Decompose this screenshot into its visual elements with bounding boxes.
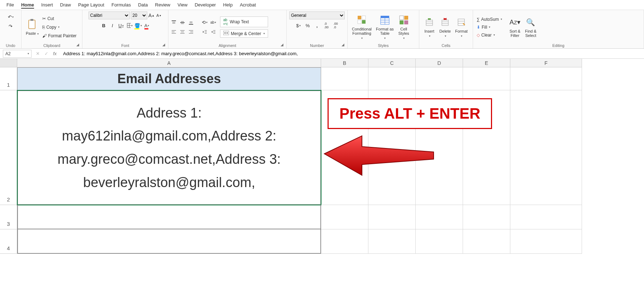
cut-button[interactable]: ✂Cut [41, 15, 78, 22]
borders-button[interactable]: ▾ [127, 22, 133, 29]
row-header-1[interactable]: 1 [0, 67, 17, 90]
formula-input[interactable] [61, 51, 644, 56]
insert-function-button[interactable]: fx [52, 51, 58, 57]
cell-e1[interactable] [463, 67, 510, 90]
name-box[interactable]: A2▾ [3, 50, 32, 58]
row-header-4[interactable]: 4 [0, 229, 17, 254]
cell-d1[interactable] [416, 67, 463, 90]
text-direction-button[interactable]: ab▾ [210, 19, 216, 26]
tab-review[interactable]: Review [152, 1, 174, 9]
redo-button[interactable]: ↷ [8, 23, 14, 29]
insert-button[interactable]: Insert▾ [421, 16, 437, 38]
decrease-indent-button[interactable] [201, 29, 208, 35]
col-header-e[interactable]: E [463, 59, 510, 67]
percent-format-button[interactable]: % [305, 22, 311, 29]
fill-button[interactable]: ⬇Fill ▾ [475, 24, 504, 30]
orientation-button[interactable]: ⟲▾ [201, 19, 208, 26]
select-all-corner[interactable] [0, 59, 17, 67]
tab-page-layout[interactable]: Page Layout [75, 1, 108, 9]
align-left-button[interactable] [171, 29, 177, 35]
align-middle-button[interactable] [179, 19, 186, 26]
row-header-3[interactable]: 3 [0, 205, 17, 229]
fill-down-icon: ⬇ [477, 25, 480, 30]
col-header-d[interactable]: D [416, 59, 463, 67]
font-launcher-icon[interactable]: ◢ [162, 43, 167, 47]
font-color-button[interactable]: A▾ [144, 22, 150, 29]
tab-home[interactable]: Home [18, 1, 38, 9]
cell-f3[interactable] [510, 205, 582, 229]
tab-data[interactable]: Data [134, 1, 151, 9]
cell-f2[interactable] [510, 90, 582, 205]
col-header-b[interactable]: B [321, 59, 368, 67]
cell-c4[interactable] [368, 229, 416, 254]
delete-button[interactable]: Delete▾ [437, 16, 453, 38]
cell-f4[interactable] [510, 229, 582, 254]
cell-d4[interactable] [416, 229, 463, 254]
cancel-formula-button[interactable]: ✕ [34, 51, 41, 57]
increase-font-button[interactable]: A▲ [148, 12, 155, 19]
conditional-formatting-button[interactable]: Conditional Formatting▾ [350, 14, 374, 40]
italic-button[interactable]: I [109, 22, 116, 29]
col-header-c[interactable]: C [368, 59, 416, 67]
tab-insert[interactable]: Insert [38, 1, 57, 9]
cell-a4[interactable] [17, 229, 321, 254]
decrease-decimal-button[interactable]: .00.0 [333, 22, 339, 29]
bold-button[interactable]: B [101, 22, 107, 29]
tab-acrobat[interactable]: Acrobat [236, 1, 259, 9]
paintbrush-icon: 🖌 [42, 33, 47, 38]
cell-a1[interactable]: Email Addresses [17, 67, 321, 90]
accounting-format-button[interactable]: $▾ [295, 22, 302, 29]
align-top-button[interactable] [171, 19, 177, 26]
format-painter-button[interactable]: 🖌Format Painter [41, 33, 78, 39]
tab-formulas[interactable]: Formulas [108, 1, 134, 9]
clipboard-launcher-icon[interactable]: ◢ [76, 43, 81, 47]
cell-b1[interactable] [321, 67, 368, 90]
tab-file[interactable]: File [3, 1, 18, 9]
align-bottom-button[interactable] [188, 19, 194, 26]
fill-color-button[interactable]: 🪣▾ [135, 22, 142, 29]
row-header-2[interactable]: 2 [0, 90, 17, 205]
cell-b3[interactable] [321, 205, 368, 229]
cell-e4[interactable] [463, 229, 510, 254]
align-right-button[interactable] [188, 29, 194, 35]
format-as-table-button[interactable]: Format as Table▾ [374, 14, 396, 40]
comma-format-button[interactable]: , [314, 22, 320, 29]
format-button[interactable]: Format▾ [453, 16, 470, 38]
wrap-text-button[interactable]: ab↵cWrap Text [220, 16, 268, 27]
underline-button[interactable]: U▾ [118, 22, 124, 29]
cell-d3[interactable] [416, 205, 463, 229]
enter-formula-button[interactable]: ✓ [43, 51, 49, 57]
font-name-select[interactable]: Calibri [89, 11, 130, 19]
col-header-f[interactable]: F [510, 59, 582, 67]
find-select-button[interactable]: 🔍Find & Select [523, 16, 539, 38]
cell-e3[interactable] [463, 205, 510, 229]
paste-button[interactable]: Paste ▾ [24, 18, 41, 36]
merge-center-button[interactable]: Merge & Center ▾ [220, 29, 268, 38]
copy-button[interactable]: ⎘Copy ▾ [41, 24, 78, 30]
increase-indent-button[interactable] [210, 29, 216, 35]
number-format-select[interactable]: General [289, 11, 345, 19]
alignment-launcher-icon[interactable]: ◢ [281, 43, 285, 47]
increase-decimal-button[interactable]: .0.00 [323, 22, 330, 29]
tab-help[interactable]: Help [219, 1, 236, 9]
cell-c3[interactable] [368, 205, 416, 229]
tab-view[interactable]: View [174, 1, 191, 9]
undo-button[interactable]: ↶▾ [8, 14, 14, 20]
align-center-button[interactable] [179, 29, 186, 35]
decrease-font-button[interactable]: A▼ [156, 12, 162, 19]
svg-rect-35 [381, 16, 389, 18]
cell-c1[interactable] [368, 67, 416, 90]
sort-filter-button[interactable]: AZ▾Sort & Filter [507, 16, 523, 38]
cell-a2[interactable]: Address 1: may612inla@gmail.com,Address … [17, 90, 321, 205]
clear-button[interactable]: ◇Clear ▾ [475, 32, 504, 38]
autosum-button[interactable]: ∑AutoSum ▾ [475, 16, 504, 23]
cell-a3[interactable] [17, 205, 321, 229]
cell-b4[interactable] [321, 229, 368, 254]
col-header-a[interactable]: A [17, 59, 321, 67]
cell-f1[interactable] [510, 67, 582, 90]
tab-developer[interactable]: Developer [191, 1, 219, 9]
cell-styles-button[interactable]: Cell Styles▾ [396, 14, 412, 40]
tab-draw[interactable]: Draw [57, 1, 75, 9]
font-size-select[interactable]: 20 [131, 11, 147, 19]
number-launcher-icon[interactable]: ◢ [342, 43, 346, 47]
